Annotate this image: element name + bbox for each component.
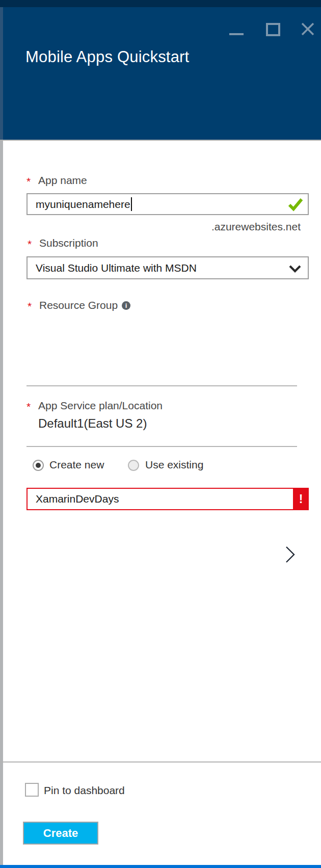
required-marker: * — [28, 300, 32, 312]
radio-create-new-label[interactable]: Create new — [49, 459, 104, 471]
pin-to-dashboard-checkbox[interactable] — [25, 783, 39, 797]
create-button[interactable]: Create — [23, 822, 98, 845]
app-name-input[interactable]: myuniquenamehere — [26, 193, 309, 215]
minimize-button[interactable] — [229, 32, 244, 36]
subscription-label: *Subscription — [39, 237, 98, 249]
close-icon — [301, 22, 315, 36]
divider — [26, 385, 297, 386]
bottom-accent-bar — [0, 865, 321, 868]
maximize-button[interactable] — [266, 23, 280, 37]
blade-header: Mobile Apps Quickstart — [0, 7, 321, 140]
error-icon: ! — [293, 488, 309, 510]
window-top-strip — [0, 0, 321, 7]
blade-body: *App name myuniquenamehere .azurewebsite… — [0, 141, 321, 868]
resource-group-label: *Resource Groupi — [39, 299, 130, 311]
required-marker: * — [28, 238, 32, 250]
page-title: Mobile Apps Quickstart — [25, 48, 189, 66]
app-service-plan-label: *App Service plan/Location — [38, 400, 163, 412]
app-service-plan-value: Default1(East US 2) — [38, 416, 147, 431]
resource-group-mode: Create new Use existing — [0, 459, 321, 472]
chevron-right-icon — [285, 546, 296, 563]
valid-check-icon — [288, 198, 303, 212]
resource-group-input[interactable]: XamarinDevDays ! — [26, 488, 309, 510]
radio-create-new[interactable] — [33, 460, 44, 471]
minimize-icon — [229, 33, 244, 35]
close-button[interactable] — [301, 22, 315, 36]
chevron-down-icon — [289, 265, 301, 273]
app-name-label: *App name — [38, 174, 87, 187]
subscription-value: Visual Studio Ultimate with MSDN — [36, 262, 197, 274]
pin-to-dashboard-label[interactable]: Pin to dashboard — [44, 784, 125, 797]
mobile-apps-quickstart-blade: Mobile Apps Quickstart *App name myuniqu… — [0, 0, 321, 868]
footer-divider — [0, 761, 321, 762]
app-service-plan-selector[interactable] — [0, 538, 321, 582]
divider — [26, 446, 297, 447]
radio-use-existing[interactable] — [128, 460, 139, 471]
maximize-icon — [266, 23, 280, 36]
subscription-dropdown[interactable]: Visual Studio Ultimate with MSDN — [26, 256, 309, 279]
body-edge-strip — [0, 141, 3, 865]
info-icon[interactable]: i — [122, 301, 130, 310]
domain-suffix: .azurewebsites.net — [211, 221, 301, 233]
app-name-value: myuniquenamehere — [36, 198, 130, 211]
window-controls — [0, 7, 321, 43]
required-marker: * — [26, 175, 31, 188]
text-caret — [131, 197, 132, 211]
resource-group-value: XamarinDevDays — [36, 493, 119, 505]
required-marker: * — [26, 401, 31, 413]
radio-use-existing-label[interactable]: Use existing — [145, 459, 203, 471]
